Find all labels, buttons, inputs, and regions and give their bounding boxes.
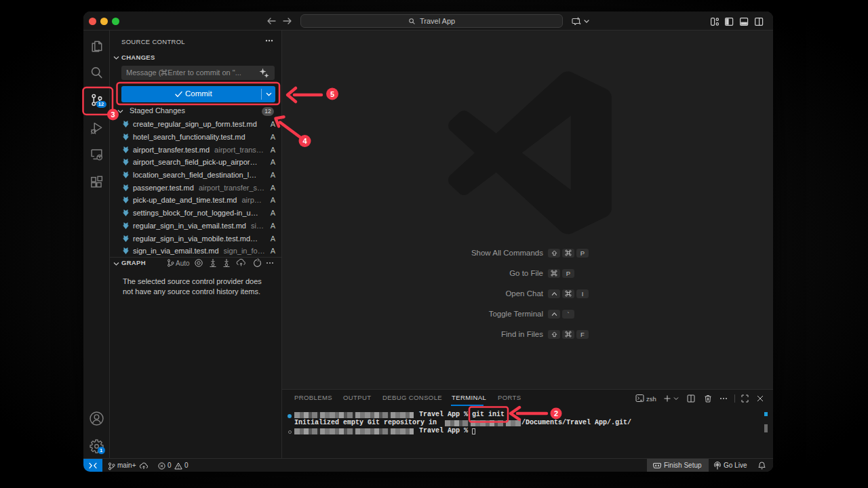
svg-text:zsh: zsh xyxy=(646,395,656,403)
svg-text:Auto: Auto xyxy=(176,260,190,267)
